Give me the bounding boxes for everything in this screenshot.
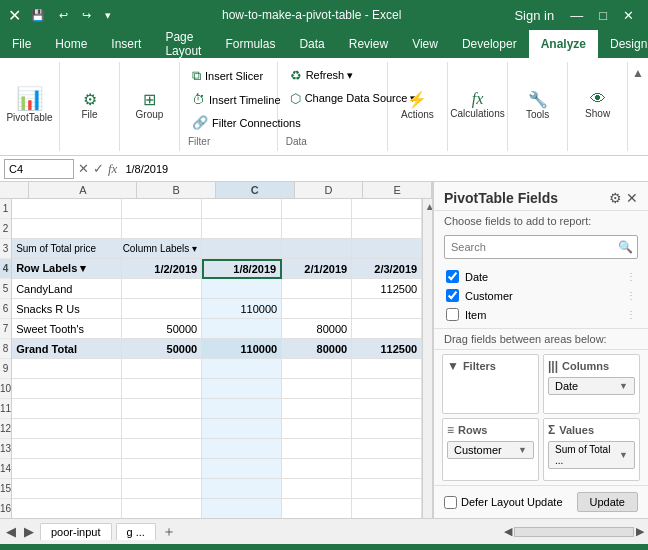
refresh-button[interactable]: ♻ Refresh ▾ xyxy=(286,66,358,85)
values-value-dropdown[interactable]: Sum of Total ... ▼ xyxy=(548,441,635,469)
cell-e1[interactable] xyxy=(352,199,422,219)
pivot-field-item-move[interactable]: ⋮ xyxy=(626,309,636,320)
row-num-10[interactable]: 10 xyxy=(0,379,11,399)
cell-a8[interactable]: Grand Total xyxy=(12,339,122,359)
cell-c4[interactable]: 1/8/2019 xyxy=(202,259,282,279)
cell-e2[interactable] xyxy=(352,219,422,239)
cell-d4[interactable]: 2/1/2019 xyxy=(282,259,352,279)
formula-input[interactable] xyxy=(121,163,644,175)
insert-function-icon[interactable]: fx xyxy=(108,161,117,177)
row-num-5[interactable]: 5 xyxy=(0,279,11,299)
row-num-15[interactable]: 15 xyxy=(0,479,11,499)
sheet-nav-left[interactable]: ◀ xyxy=(4,522,18,541)
pivot-field-customer-checkbox[interactable] xyxy=(446,289,459,302)
pivot-close-icon[interactable]: ✕ xyxy=(626,190,638,206)
tab-data[interactable]: Data xyxy=(287,30,336,58)
vertical-scrollbar[interactable]: ▲ ▼ xyxy=(422,199,433,518)
pivot-search-input[interactable] xyxy=(445,238,614,256)
row-num-12[interactable]: 12 xyxy=(0,419,11,439)
defer-layout-label[interactable]: Defer Layout Update xyxy=(444,496,563,509)
cell-d2[interactable] xyxy=(282,219,352,239)
pivot-field-item-checkbox[interactable] xyxy=(446,308,459,321)
cell-a5[interactable]: CandyLand xyxy=(12,279,122,299)
cell-b2[interactable] xyxy=(122,219,202,239)
add-sheet-button[interactable]: ＋ xyxy=(160,521,178,543)
ribbon-collapse-btn[interactable]: ▲ xyxy=(628,62,648,151)
cell-d8[interactable]: 80000 xyxy=(282,339,352,359)
row-num-16[interactable]: 16 xyxy=(0,499,11,518)
pivot-field-date-checkbox[interactable] xyxy=(446,270,459,283)
row-num-2[interactable]: 2 xyxy=(0,219,11,239)
group-button[interactable]: ⊞ Group xyxy=(130,88,170,122)
cell-b7[interactable]: 50000 xyxy=(122,319,202,339)
cell-b4[interactable]: 1/2/2019 xyxy=(122,259,202,279)
col-header-a[interactable]: A xyxy=(29,182,137,198)
scroll-left-icon[interactable]: ◀ xyxy=(504,525,512,538)
cell-d5[interactable] xyxy=(282,279,352,299)
cell-d7[interactable]: 80000 xyxy=(282,319,352,339)
tab-formulas[interactable]: Formulas xyxy=(213,30,287,58)
col-header-c[interactable]: C xyxy=(216,182,295,198)
cell-c2[interactable] xyxy=(202,219,282,239)
cell-d9[interactable] xyxy=(282,359,352,379)
row-num-8[interactable]: 8 xyxy=(0,339,11,359)
cell-b3[interactable]: Column Labels ▾ xyxy=(122,239,202,259)
cell-b1[interactable] xyxy=(122,199,202,219)
cell-c6[interactable]: 110000 xyxy=(202,299,282,319)
sheet-tab-poorinput[interactable]: poor-input xyxy=(40,523,112,540)
cell-a6[interactable]: Snacks R Us xyxy=(12,299,122,319)
cell-e6[interactable] xyxy=(352,299,422,319)
tools-button[interactable]: 🔧 Tools xyxy=(518,88,558,122)
row-num-1[interactable]: 1 xyxy=(0,199,11,219)
minimize-button[interactable]: — xyxy=(564,6,589,25)
cell-c1[interactable] xyxy=(202,199,282,219)
scroll-up-arrow[interactable]: ▲ xyxy=(423,199,433,214)
tab-design[interactable]: Design xyxy=(598,30,648,58)
tab-view[interactable]: View xyxy=(400,30,450,58)
col-header-b[interactable]: B xyxy=(137,182,216,198)
pivottable-button[interactable]: 📊 PivotTable xyxy=(2,84,56,125)
cell-a1[interactable] xyxy=(12,199,122,219)
row-num-14[interactable]: 14 xyxy=(0,459,11,479)
cell-a7[interactable]: Sweet Tooth's xyxy=(12,319,122,339)
update-button[interactable]: Update xyxy=(577,492,638,512)
tab-analyze[interactable]: Analyze xyxy=(529,30,598,58)
tab-insert[interactable]: Insert xyxy=(99,30,153,58)
row-num-3[interactable]: 3 xyxy=(0,239,11,259)
col-header-d[interactable]: D xyxy=(295,182,364,198)
insert-timeline-button[interactable]: ⏱ Insert Timeline xyxy=(188,90,285,109)
tab-pagelayout[interactable]: Page Layout xyxy=(153,30,213,58)
cell-b5[interactable] xyxy=(122,279,202,299)
scroll-right-icon[interactable]: ▶ xyxy=(636,525,644,538)
show-button[interactable]: 👁 Show xyxy=(578,88,618,121)
qat-undo[interactable]: ↩ xyxy=(55,7,72,24)
cell-e8[interactable]: 112500 xyxy=(352,339,422,359)
col-header-e[interactable]: E xyxy=(363,182,432,198)
cell-a3[interactable]: Sum of Total price xyxy=(12,239,122,259)
qat-more[interactable]: ▾ xyxy=(101,7,115,24)
cell-a9[interactable] xyxy=(12,359,122,379)
cell-a4[interactable]: Row Labels ▾ xyxy=(12,259,122,279)
cell-e3[interactable] xyxy=(352,239,422,259)
cell-e7[interactable] xyxy=(352,319,422,339)
defer-checkbox[interactable] xyxy=(444,496,457,509)
qat-save[interactable]: 💾 xyxy=(27,7,49,24)
row-num-4[interactable]: 4 xyxy=(0,259,11,279)
cell-c8[interactable]: 110000 xyxy=(202,339,282,359)
cell-a2[interactable] xyxy=(12,219,122,239)
actions-button[interactable]: ⚡ Actions xyxy=(397,88,438,122)
qat-redo[interactable]: ↪ xyxy=(78,7,95,24)
sheet-tab-g[interactable]: g ... xyxy=(116,523,156,540)
values-dropdown-arrow[interactable]: ▼ xyxy=(619,450,628,460)
rows-dropdown-arrow[interactable]: ▼ xyxy=(518,445,527,455)
cell-e9[interactable] xyxy=(352,359,422,379)
tab-home[interactable]: Home xyxy=(43,30,99,58)
row-num-11[interactable]: 11 xyxy=(0,399,11,419)
columns-value-dropdown[interactable]: Date ▼ xyxy=(548,377,635,395)
confirm-formula-icon[interactable]: ✓ xyxy=(93,161,104,176)
maximize-button[interactable]: □ xyxy=(593,6,613,25)
close-button[interactable]: ✕ xyxy=(617,6,640,25)
rows-value-dropdown[interactable]: Customer ▼ xyxy=(447,441,534,459)
cancel-formula-icon[interactable]: ✕ xyxy=(78,161,89,176)
pivot-settings-icon[interactable]: ⚙ xyxy=(609,190,622,206)
